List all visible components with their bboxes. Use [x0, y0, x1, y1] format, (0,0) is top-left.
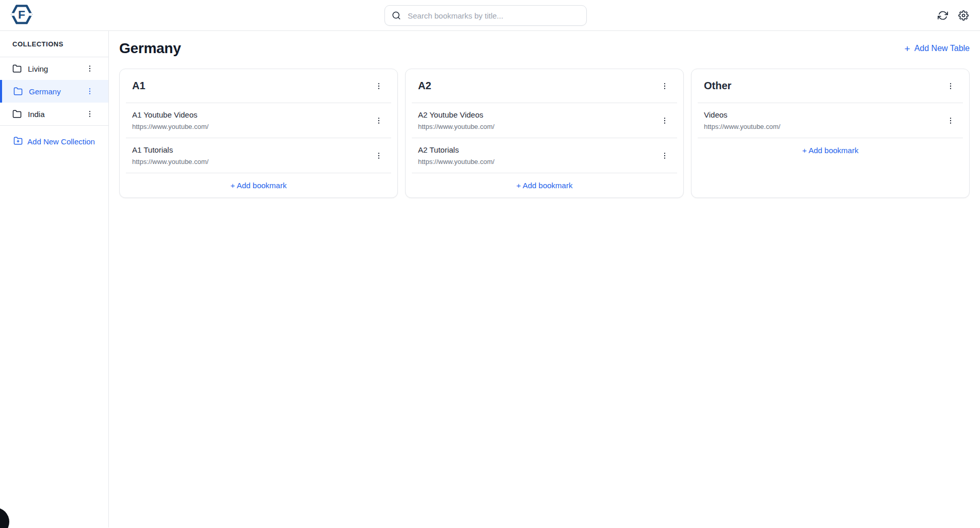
page-title: Germany [119, 40, 181, 57]
bookmark-row-wrap: Videos https://www.youtube.com/ [692, 103, 969, 138]
bookmark-row[interactable]: A2 Youtube Videos https://www.youtube.co… [406, 103, 683, 138]
sidebar-item-germany[interactable]: Germany [0, 80, 108, 103]
table-kebab-menu-icon[interactable] [658, 80, 671, 92]
search-bar [384, 5, 587, 26]
kebab-menu-icon[interactable] [84, 85, 96, 97]
collection-label: Living [28, 64, 48, 73]
add-new-collection-label: Add New Collection [27, 137, 95, 146]
bookmark-title: Videos [704, 110, 780, 119]
header-actions [937, 9, 970, 22]
bookmark-table-card: A1 A1 Youtube Videos https://www.youtube… [119, 69, 398, 198]
add-new-table-button[interactable]: + Add New Table [905, 44, 970, 54]
bookmark-url: https://www.youtube.com/ [132, 158, 208, 166]
bookmark-kebab-menu-icon[interactable] [944, 114, 957, 127]
folder-icon [12, 64, 22, 73]
table-card-header: A2 [406, 69, 683, 103]
collection-label: Germany [29, 87, 61, 96]
kebab-menu-icon[interactable] [84, 108, 96, 120]
plus-icon: + [905, 44, 910, 54]
table-card-header: Other [692, 69, 969, 103]
table-title: Other [704, 80, 731, 92]
collection-label: India [28, 110, 45, 119]
bookmark-table-card: A2 A2 Youtube Videos https://www.youtube… [405, 69, 684, 198]
bookmark-row-wrap: A2 Youtube Videos https://www.youtube.co… [406, 103, 683, 138]
add-bookmark-button[interactable]: + Add bookmark [802, 146, 859, 155]
bookmark-title: A1 Tutorials [132, 145, 208, 154]
folder-icon [12, 109, 22, 119]
refresh-icon[interactable] [937, 9, 949, 22]
bookmark-list: Videos https://www.youtube.com/ [692, 103, 969, 138]
bookmark-url: https://www.youtube.com/ [418, 158, 494, 166]
collections-list: Living Germany India [0, 57, 108, 126]
add-new-collection-button[interactable]: Add New Collection [0, 136, 108, 147]
bookmark-row[interactable]: A1 Tutorials https://www.youtube.com/ [120, 138, 397, 173]
kebab-menu-icon[interactable] [84, 62, 96, 75]
add-bookmark-button[interactable]: + Add bookmark [231, 181, 287, 190]
main-content: Germany + Add New Table A1 A1 Youtube Vi… [109, 31, 980, 527]
bookmark-kebab-menu-icon[interactable] [658, 114, 671, 127]
main-header: Germany + Add New Table [119, 40, 970, 57]
bookmark-kebab-menu-icon[interactable] [373, 150, 385, 162]
bookmark-list: A2 Youtube Videos https://www.youtube.co… [406, 103, 683, 173]
hexagon-f-logo-icon: F [11, 3, 33, 28]
table-title: A2 [418, 80, 431, 92]
bookmark-url: https://www.youtube.com/ [132, 123, 208, 130]
sidebar-item-india[interactable]: India [0, 103, 108, 125]
sidebar-item-living[interactable]: Living [0, 57, 108, 80]
bookmark-row-wrap: A1 Youtube Videos https://www.youtube.co… [120, 103, 397, 138]
bookmark-row-wrap: A2 Tutorials https://www.youtube.com/ [406, 138, 683, 173]
app-logo[interactable]: F [10, 4, 33, 27]
svg-text:F: F [18, 7, 25, 21]
collections-section-label: COLLECTIONS [0, 31, 108, 57]
add-new-table-label: Add New Table [914, 44, 970, 53]
table-card-header: A1 [120, 69, 397, 103]
search-input[interactable] [384, 5, 587, 26]
bookmark-row-wrap: A1 Tutorials https://www.youtube.com/ [120, 138, 397, 173]
bookmark-title: A2 Youtube Videos [418, 110, 494, 119]
search-icon [392, 11, 401, 20]
table-card-footer: + Add bookmark [406, 173, 683, 197]
table-card-footer: + Add bookmark [120, 173, 397, 197]
bookmark-kebab-menu-icon[interactable] [373, 114, 385, 127]
bookmark-url: https://www.youtube.com/ [418, 123, 494, 130]
bookmark-row[interactable]: Videos https://www.youtube.com/ [692, 103, 969, 138]
table-kebab-menu-icon[interactable] [373, 80, 385, 92]
bookmark-row[interactable]: A2 Tutorials https://www.youtube.com/ [406, 138, 683, 173]
table-title: A1 [132, 80, 146, 92]
bookmark-table-card: Other Videos https://www.youtube.com/ [691, 69, 970, 198]
bookmark-title: A2 Tutorials [418, 145, 494, 154]
sidebar: COLLECTIONS Living Germany [0, 31, 109, 527]
folder-plus-icon [13, 136, 23, 147]
add-bookmark-button[interactable]: + Add bookmark [517, 181, 573, 190]
tables-grid: A1 A1 Youtube Videos https://www.youtube… [119, 69, 970, 198]
table-kebab-menu-icon[interactable] [944, 80, 957, 92]
gear-icon[interactable] [957, 9, 970, 22]
top-bar: F [0, 0, 980, 31]
bookmark-list: A1 Youtube Videos https://www.youtube.co… [120, 103, 397, 173]
bookmark-title: A1 Youtube Videos [132, 110, 208, 119]
table-card-footer: + Add bookmark [692, 138, 969, 162]
folder-icon [13, 87, 23, 96]
bookmark-kebab-menu-icon[interactable] [658, 150, 671, 162]
bookmark-url: https://www.youtube.com/ [704, 123, 780, 130]
bookmark-row[interactable]: A1 Youtube Videos https://www.youtube.co… [120, 103, 397, 138]
